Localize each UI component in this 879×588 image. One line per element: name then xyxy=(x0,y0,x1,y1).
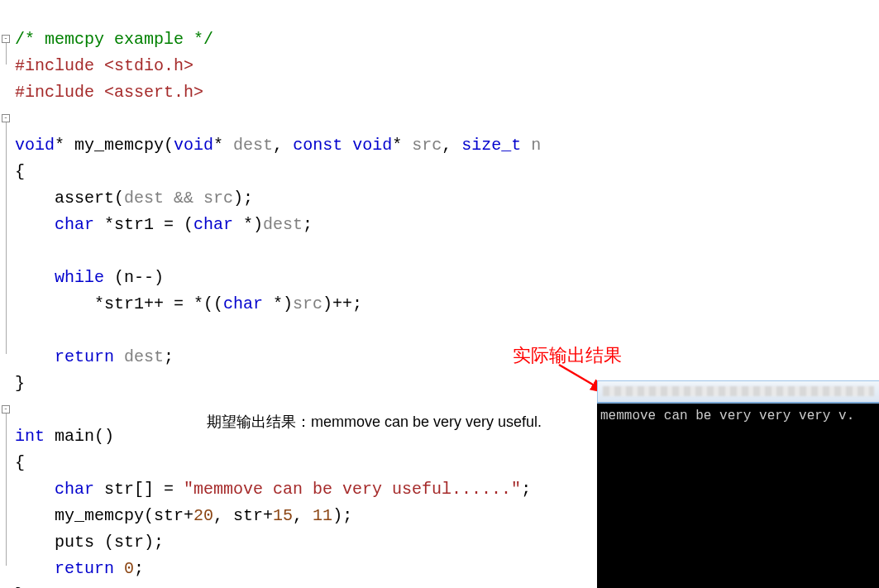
code-comment: /* memcpy example */ xyxy=(15,30,213,49)
expected-label: 期望输出结果： xyxy=(207,414,311,430)
expected-output-note: 期望输出结果：memmove can be very very useful. xyxy=(207,412,542,432)
preprocessor: #include xyxy=(15,56,104,75)
console-titlebar xyxy=(597,380,879,402)
expected-value: memmove can be very very useful. xyxy=(311,414,542,430)
preprocessor: #include xyxy=(15,83,104,102)
console-output: memmove can be very very very v. xyxy=(600,409,876,423)
console-window: memmove can be very very very v. xyxy=(597,402,879,588)
actual-output-label: 实际输出结果 xyxy=(513,343,622,368)
